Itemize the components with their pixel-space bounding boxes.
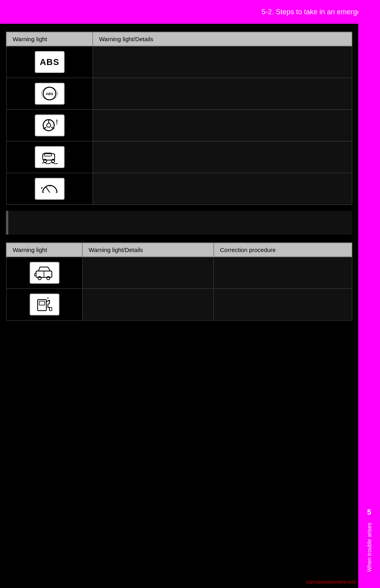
svg-line-13 xyxy=(46,187,50,193)
abs-circle-svg: ABS xyxy=(39,85,61,103)
footer-watermark: carmanualsonline.info xyxy=(306,579,356,585)
detail-cell-fuel xyxy=(82,289,214,321)
top-warning-table: Warning light Warning light/Details ABS xyxy=(6,32,352,205)
fuel-svg xyxy=(34,296,55,313)
svg-text:ABS: ABS xyxy=(46,92,53,96)
detail-cell-car-open xyxy=(82,257,214,289)
svg-point-4 xyxy=(47,123,51,127)
info-block xyxy=(6,211,352,235)
bottom-table-col1-header: Warning light xyxy=(6,243,82,257)
abs-circle-icon: ABS xyxy=(35,83,65,105)
steering-svg: ! xyxy=(39,116,61,134)
table-row xyxy=(6,289,352,321)
traction-svg xyxy=(39,148,61,166)
main-content: Warning light Warning light/Details ABS xyxy=(0,24,358,588)
table-row: ABS xyxy=(6,78,352,110)
icon-cell-car-open xyxy=(6,257,82,289)
table-row: ABS xyxy=(6,46,352,78)
icon-cell-abs: ABS xyxy=(6,46,93,78)
svg-rect-25 xyxy=(39,301,45,305)
svg-marker-24 xyxy=(47,298,49,299)
abs-icon-text: ABS xyxy=(40,57,59,67)
detail-cell-abs-circle xyxy=(93,78,352,110)
table-row xyxy=(6,173,352,205)
svg-text:!: ! xyxy=(56,119,58,126)
detail-cell-speedometer xyxy=(93,173,352,205)
icon-cell-fuel xyxy=(6,289,82,321)
detail-cell-abs xyxy=(93,46,352,78)
bottom-warning-table: Warning light Warning light/Details Corr… xyxy=(6,242,352,321)
top-header: 5-2. Steps to take in an emergency xyxy=(0,0,380,24)
speedometer-svg xyxy=(39,180,61,198)
icon-cell-abs-circle: ABS xyxy=(6,78,93,110)
sidebar-label: When trouble arises xyxy=(366,523,372,572)
page-title: 5-2. Steps to take in an emergency xyxy=(262,8,372,16)
table-row xyxy=(6,257,352,289)
speedometer-icon xyxy=(35,178,65,200)
detail-cell-traction xyxy=(93,141,352,173)
steering-warning-icon: ! xyxy=(35,115,65,136)
sidebar-number: 5 xyxy=(367,508,371,517)
right-sidebar: 5 When trouble arises xyxy=(358,0,380,588)
correction-cell-car-open xyxy=(214,257,352,289)
car-open-icon xyxy=(30,262,59,284)
traction-icon xyxy=(35,146,65,168)
correction-cell-fuel xyxy=(214,289,352,321)
svg-marker-17 xyxy=(41,187,43,189)
icon-cell-speedometer xyxy=(6,173,93,205)
table-row: ! xyxy=(6,110,352,141)
fuel-icon xyxy=(30,294,59,315)
bottom-table-col2-header: Warning light/Details xyxy=(82,243,214,257)
bottom-table-col3-header: Correction procedure xyxy=(214,243,352,257)
car-open-svg xyxy=(34,264,55,282)
top-table-col2-header: Warning light/Details xyxy=(93,32,352,46)
icon-cell-traction xyxy=(6,141,93,173)
top-table-col1-header: Warning light xyxy=(6,32,93,46)
table-row xyxy=(6,141,352,173)
abs-warning-icon: ABS xyxy=(35,51,65,73)
icon-cell-steering: ! xyxy=(6,110,93,141)
detail-cell-steering xyxy=(93,110,352,141)
